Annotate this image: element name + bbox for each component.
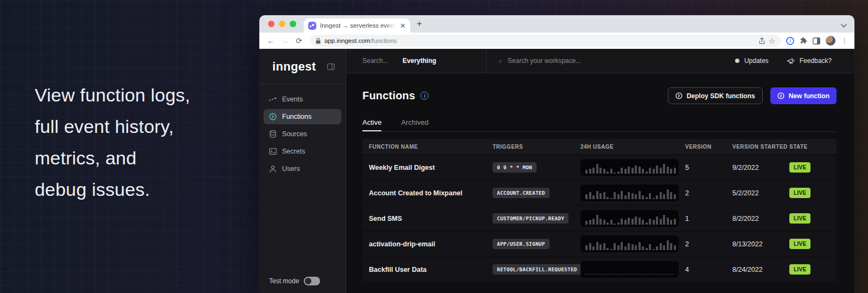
feedback-label: Feedback? [800,57,832,65]
extensions-puzzle-icon[interactable] [800,37,807,44]
browser-tab[interactable]: Inngest → serverless event-dri ✕ [304,18,410,33]
version-value: 5 [685,164,732,171]
test-mode-label: Test mode [269,277,299,285]
version-started-date: 9/2/2022 [732,164,789,171]
sidebar-item-users[interactable]: Users [264,161,341,176]
share-icon[interactable] [759,37,765,44]
forward-button[interactable]: → [279,37,291,44]
new-function-button[interactable]: New function [770,87,837,104]
column-header: 24H USAGE [580,144,685,150]
test-mode-toggle[interactable] [304,277,320,285]
info-icon[interactable]: i [420,92,429,100]
usage-sparkline [580,261,679,278]
new-function-circle-icon [777,92,784,99]
table-body: Weekly Email Digest 0 9 * * MON 5 9/2/20… [362,155,837,282]
function-tabs: Active Archived [362,118,837,131]
trigger-badge: RETOOL/BACKFILL.REQUESTED [493,264,582,275]
sidebar-item-functions[interactable]: Functions [264,109,341,124]
column-header: VERSION [685,144,732,150]
megaphone-icon [787,58,795,65]
tab-search-chevron-icon[interactable] [841,24,847,28]
trigger-badge: APP/USER.SIGNUP [493,239,550,249]
functions-page: Functions i Deploy SDK functions [346,73,854,293]
version-started-date: 8/13/2022 [732,240,789,248]
version-value: 1 [685,215,732,222]
onepassword-extension-icon[interactable] [786,37,794,45]
tab-close-icon[interactable]: ✕ [400,22,406,29]
browser-tab-strip: Inngest → serverless event-dri ✕ + [259,15,854,33]
back-button[interactable]: ← [265,37,277,44]
table-header: FUNCTION NAME TRIGGERS 24H USAGE VERSION… [362,139,837,154]
updates-dot-icon [735,59,739,63]
events-icon [269,97,277,101]
function-name: activation-drip-email [369,240,493,248]
hero-line: metrics, and [35,142,190,174]
lock-icon[interactable] [316,38,321,44]
table-row[interactable]: Backfill User Data RETOOL/BACKFILL.REQUE… [362,257,837,282]
test-mode-control: Test mode [259,277,346,293]
workspace-search-input[interactable]: Search your workspace... [508,57,581,65]
table-row[interactable]: Send SMS CUSTOMER/PICKUP.READY 1 8/2/202… [362,206,837,231]
deploy-button-label: Deploy SDK functions [687,92,755,100]
function-name: Send SMS [369,215,493,222]
sidebar-item-secrets[interactable]: Secrets [264,144,341,159]
trigger-badge: ACCOUNT.CREATED [493,188,550,198]
updates-label: Updates [744,57,769,65]
sidebar-item-events[interactable]: Events [264,92,341,107]
workspace-topbar: Search... Everything ⌕ Search your works… [346,49,854,73]
sources-icon [269,130,277,138]
updates-button[interactable]: Updates [735,57,769,65]
side-panel-icon[interactable] [813,37,820,44]
table-row[interactable]: activation-drip-email APP/USER.SIGNUP 2 … [362,232,837,256]
marketing-banner: View function logs, full event history, … [0,0,868,293]
version-started-date: 8/2/2022 [732,215,789,222]
state-badge: LIVE [789,162,810,173]
sidebar-item-label: Users [282,165,300,173]
browser-extensions: ⋮ [786,36,849,46]
search-label[interactable]: Search... [362,57,388,65]
table-row[interactable]: Account Created to Mixpanel ACCOUNT.CREA… [362,181,837,205]
usage-sparkline [580,210,679,227]
reload-button[interactable]: ⟳ [293,37,305,44]
tabs-divider [362,131,837,132]
state-badge: LIVE [789,239,810,249]
tab-title: Inngest → serverless event-dri [320,22,396,29]
search-scope-everything[interactable]: Everything [403,57,436,65]
deploy-circle-icon [675,92,682,99]
functions-icon [269,113,277,120]
hero-line: full event history, [35,111,190,142]
minimize-window-button[interactable] [279,21,285,27]
inngest-favicon [308,22,316,30]
sidebar: inngest Events [259,49,346,293]
column-header: STATE [789,144,837,150]
function-name: Weekly Email Digest [369,164,493,171]
column-header: FUNCTION NAME [369,144,493,150]
close-window-button[interactable] [268,21,275,27]
usage-sparkline [580,184,679,201]
table-row[interactable]: Weekly Email Digest 0 9 * * MON 5 9/2/20… [362,155,837,180]
column-header: TRIGGERS [493,144,580,150]
trigger-badge: 0 9 * * MON [493,162,537,173]
version-value: 4 [685,266,732,273]
version-started-date: 5/2/2022 [732,189,789,197]
sidebar-item-label: Events [282,95,303,103]
secrets-icon [269,148,277,155]
deploy-sdk-functions-button[interactable]: Deploy SDK functions [668,87,763,104]
maximize-window-button[interactable] [290,21,296,27]
sidebar-item-label: Functions [282,113,311,120]
usage-sparkline [580,235,679,252]
main-panel: Search... Everything ⌕ Search your works… [346,49,854,293]
users-icon [269,165,277,173]
browser-menu-icon[interactable]: ⋮ [841,37,848,44]
column-header: VERSION STARTED [732,144,789,150]
bookmark-star-icon[interactable]: ☆ [769,37,775,45]
tab-archived[interactable]: Archived [401,118,429,131]
new-tab-button[interactable]: + [417,19,422,28]
profile-avatar[interactable] [826,36,835,46]
tab-active[interactable]: Active [362,118,381,131]
address-bar[interactable]: app.inngest.com/functions ☆ [310,35,781,47]
collapse-sidebar-icon[interactable] [327,63,335,70]
feedback-button[interactable]: Feedback? [787,57,832,65]
sidebar-item-sources[interactable]: Sources [264,126,341,142]
sidebar-item-label: Sources [282,130,307,138]
